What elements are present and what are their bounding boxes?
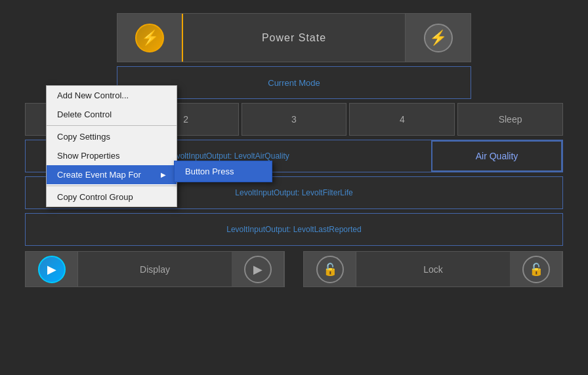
- submenu: Button Press: [174, 161, 272, 182]
- lock-icon-right[interactable]: 🔓: [510, 252, 562, 286]
- submenu-arrow: ▶: [161, 171, 166, 178]
- air-quality-badge: Air Quality: [431, 140, 562, 172]
- lock-label: Lock: [356, 252, 510, 286]
- mode-btn-3[interactable]: 3: [242, 103, 347, 136]
- spacer: [287, 251, 301, 287]
- lock-icon-left[interactable]: 🔓: [304, 252, 356, 286]
- context-menu-copy-control-group[interactable]: Copy Control Group: [47, 188, 177, 207]
- lock-icon-right-shape: 🔓: [522, 256, 550, 283]
- submenu-button-press[interactable]: Button Press: [175, 161, 272, 182]
- context-menu-delete-control[interactable]: Delete Control: [47, 105, 177, 124]
- power-state-label: Power State: [183, 14, 405, 62]
- context-menu-divider-2: [47, 186, 177, 186]
- display-play-icon-right[interactable]: ▶: [232, 252, 284, 286]
- context-menu-divider-1: [47, 125, 177, 126]
- play-icon-active: ▶: [38, 256, 66, 283]
- display-button-group: ▶ Display ▶: [25, 251, 285, 287]
- lightning-icon-outline: ⚡: [424, 24, 453, 52]
- lightning-icon-active: ⚡: [135, 24, 164, 52]
- power-state-row: ⚡ Power State ⚡: [117, 13, 471, 62]
- context-menu: Add New Control... Delete Control Copy S…: [46, 85, 177, 207]
- last-reported-label: LevoltInputOutput: LevoltLastReported: [26, 225, 562, 234]
- current-mode-label: Current Mode: [268, 78, 320, 88]
- display-label: Display: [78, 252, 232, 286]
- context-menu-add-new-control[interactable]: Add New Control...: [47, 86, 177, 105]
- lock-icon-left-shape: 🔓: [316, 256, 344, 283]
- power-button-left[interactable]: ⚡: [117, 14, 183, 62]
- display-play-icon-left[interactable]: ▶: [26, 252, 78, 286]
- context-menu-create-event-map[interactable]: Create Event Map For ▶: [47, 165, 177, 184]
- last-reported-output-row: LevoltInputOutput: LevoltLastReported: [25, 213, 563, 246]
- mode-btn-sleep[interactable]: Sleep: [457, 103, 563, 136]
- context-menu-copy-settings[interactable]: Copy Settings: [47, 127, 177, 146]
- power-button-right[interactable]: ⚡: [405, 14, 471, 62]
- lock-button-group: 🔓 Lock 🔓: [303, 251, 563, 287]
- play-icon-outline: ▶: [244, 256, 272, 283]
- context-menu-show-properties[interactable]: Show Properties: [47, 146, 177, 165]
- bottom-buttons-row: ▶ Display ▶ 🔓 Lock 🔓: [25, 251, 563, 287]
- mode-btn-4[interactable]: 4: [349, 103, 455, 136]
